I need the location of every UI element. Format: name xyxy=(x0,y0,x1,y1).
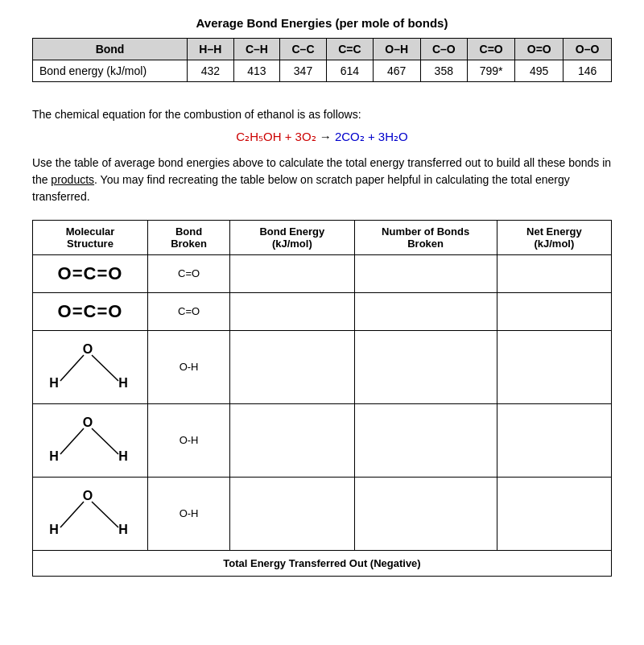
energy-4 xyxy=(230,403,354,477)
energy-5 xyxy=(230,477,354,550)
num-4 xyxy=(354,403,497,477)
equation-arrow: → xyxy=(316,130,335,143)
footer-row: Total Energy Transferred Out (Negative) xyxy=(33,550,612,576)
oh-header: O–H xyxy=(373,39,420,60)
mol-water-1: O H H xyxy=(33,330,148,403)
water-svg-3: O H H xyxy=(46,486,134,542)
text-section: The chemical equation for the combustion… xyxy=(32,106,612,205)
num-2 xyxy=(354,292,497,330)
mol-co2-2: O=C=O xyxy=(33,292,148,330)
num-bonds-header: Number of Bonds Broken xyxy=(354,220,497,254)
equation-reactants: C₂H₅OH + 3O₂ xyxy=(236,130,316,143)
num-5 xyxy=(354,477,497,550)
svg-text:O: O xyxy=(83,342,93,356)
oo-value: 146 xyxy=(564,60,612,82)
cc-header: C–C xyxy=(280,39,327,60)
mol-structure-header: Molecular Structure xyxy=(33,220,148,254)
bond-broken-4: O-H xyxy=(147,403,229,477)
equation-line: C₂H₅OH + 3O₂ → 2CO₂ + 3H₂O xyxy=(32,128,612,147)
bond-broken-1: C=O xyxy=(147,254,229,292)
svg-line-13 xyxy=(60,502,84,527)
table-row: O H H O-H xyxy=(33,403,612,477)
net-5 xyxy=(497,477,611,550)
bond-col-header: Bond xyxy=(33,39,188,60)
energy-2 xyxy=(230,292,354,330)
svg-line-14 xyxy=(92,502,118,527)
svg-text:H: H xyxy=(49,523,59,536)
num-3 xyxy=(354,330,497,403)
svg-line-4 xyxy=(92,355,118,381)
bond-energy-table: Bond H–H C–H C–C C=C O–H C–O C=O O=O O–O… xyxy=(32,38,612,82)
water-svg-1: O H H xyxy=(46,339,134,395)
bond-broken-3: O-H xyxy=(147,330,229,403)
bond-broken-header: Bond Broken xyxy=(147,220,229,254)
co-double-header: C=O xyxy=(468,39,515,60)
mol-co2-1: O=C=O xyxy=(33,254,148,292)
co-double-value: 799* xyxy=(468,60,515,82)
net-energy-header: Net Energy (kJ/mol) xyxy=(497,220,611,254)
bond-energy-header: Bond Energy (kJ/mol) xyxy=(230,220,354,254)
co-value: 358 xyxy=(420,60,468,82)
svg-text:H: H xyxy=(118,376,128,390)
bond-broken-5: O-H xyxy=(147,477,229,550)
ch-value: 413 xyxy=(233,60,280,82)
page-title: Average Bond Energies (per mole of bonds… xyxy=(32,16,612,30)
svg-line-9 xyxy=(92,428,118,454)
main-table: Molecular Structure Bond Broken Bond Ene… xyxy=(32,220,612,577)
hh-value: 432 xyxy=(188,60,234,82)
net-4 xyxy=(497,403,611,477)
svg-text:O: O xyxy=(83,489,93,502)
hh-header: H–H xyxy=(188,39,234,60)
bond-energy-label: Bond energy (kJ/mol) xyxy=(33,60,188,82)
equation-products: 2CO₂ + 3H₂O xyxy=(335,130,408,143)
paragraph2: Use the table of average bond energies a… xyxy=(32,155,612,205)
energy-1 xyxy=(230,254,354,292)
water-svg-2: O H H xyxy=(46,412,134,469)
cc-value: 347 xyxy=(280,60,327,82)
bond-broken-2: C=O xyxy=(147,292,229,330)
svg-text:O: O xyxy=(83,416,93,429)
oo-double-header: O=O xyxy=(515,39,564,60)
cc-double-header: C=C xyxy=(326,39,373,60)
net-1 xyxy=(497,254,611,292)
energy-3 xyxy=(230,330,354,403)
table-row: O H H O-H xyxy=(33,477,612,550)
net-3 xyxy=(497,330,611,403)
table-row: O=C=O C=O xyxy=(33,292,612,330)
net-2 xyxy=(497,292,611,330)
total-energy-label: Total Energy Transferred Out (Negative) xyxy=(33,550,612,576)
svg-line-8 xyxy=(60,428,84,454)
table-row: O=C=O C=O xyxy=(33,254,612,292)
svg-text:H: H xyxy=(118,449,128,463)
table-row: O H H O-H xyxy=(33,330,612,403)
paragraph1: The chemical equation for the combustion… xyxy=(32,106,612,123)
svg-text:H: H xyxy=(118,523,128,536)
cc-double-value: 614 xyxy=(326,60,373,82)
oo-double-value: 495 xyxy=(515,60,564,82)
co-header: C–O xyxy=(420,39,468,60)
products-underline: products xyxy=(51,173,94,186)
svg-line-3 xyxy=(60,355,84,381)
mol-water-2: O H H xyxy=(33,403,148,477)
svg-text:H: H xyxy=(49,449,59,463)
mol-water-3: O H H xyxy=(33,477,148,550)
oh-value: 467 xyxy=(373,60,420,82)
oo-header: O–O xyxy=(564,39,612,60)
ch-header: C–H xyxy=(233,39,280,60)
svg-text:H: H xyxy=(49,376,59,390)
num-1 xyxy=(354,254,497,292)
